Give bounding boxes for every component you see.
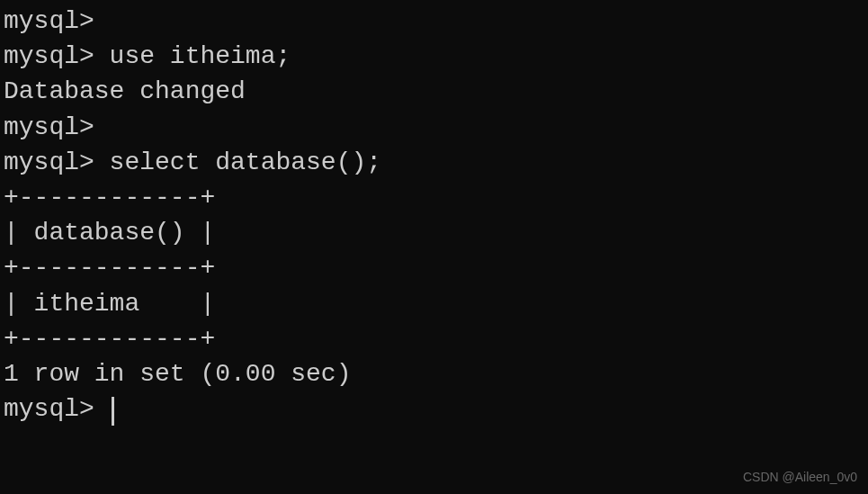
table-header: | database() | — [4, 215, 864, 250]
terminal-output: mysql> mysql> use itheima; Database chan… — [4, 4, 864, 427]
prompt-empty: mysql> — [4, 4, 864, 39]
result-summary: 1 row in set (0.00 sec) — [4, 356, 864, 391]
watermark: CSDN @Aileen_0v0 — [743, 469, 857, 487]
cursor-icon — [112, 397, 114, 426]
output-db-changed: Database changed — [4, 74, 864, 109]
table-row: | itheima | — [4, 286, 864, 321]
active-prompt-line[interactable]: mysql> — [4, 391, 864, 427]
command-select-db: mysql> select database(); — [4, 145, 864, 180]
table-border-top: +------------+ — [4, 180, 864, 215]
table-border-bottom: +------------+ — [4, 321, 864, 356]
command-use-db: mysql> use itheima; — [4, 39, 864, 74]
prompt-empty: mysql> — [4, 110, 864, 145]
table-border-mid: +------------+ — [4, 250, 864, 285]
prompt-active: mysql> — [4, 391, 110, 427]
